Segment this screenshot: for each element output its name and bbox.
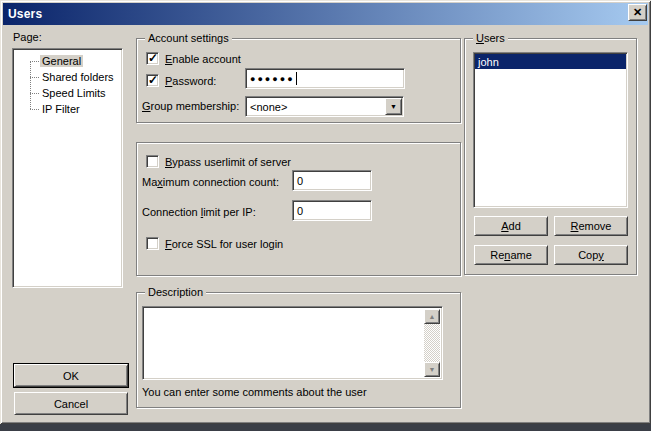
connection-limit-per-ip-value: 0: [297, 205, 303, 217]
close-icon: ✕: [633, 7, 642, 18]
text-caret: [296, 72, 297, 85]
users-listbox[interactable]: john: [473, 52, 628, 208]
user-name: john: [478, 56, 499, 68]
copy-button[interactable]: Copy: [554, 245, 628, 265]
force-ssl-label: Force SSL for user login: [165, 238, 283, 250]
bypass-userlimit-checkbox-row[interactable]: Bypass userlimit of server: [146, 155, 291, 168]
user-list-item[interactable]: john: [475, 54, 626, 69]
force-ssl-checkbox-row[interactable]: Force SSL for user login: [146, 237, 283, 250]
enable-account-checkbox-row[interactable]: Enable account: [146, 52, 241, 65]
tree-item-general[interactable]: General: [13, 53, 122, 69]
enable-account-label: Enable account: [165, 53, 241, 65]
background-strip: [0, 424, 651, 431]
password-input[interactable]: ●●●●●●: [245, 68, 405, 89]
remove-button[interactable]: Remove: [554, 216, 628, 236]
enable-account-checkbox[interactable]: [146, 52, 159, 65]
tree-item-ip-filter[interactable]: IP Filter: [13, 101, 122, 117]
max-connection-count-input[interactable]: 0: [292, 170, 372, 191]
connection-limit-per-ip-label: Connection limit per IP:: [142, 206, 256, 218]
description-hint: You can enter some comments about the us…: [142, 386, 367, 398]
password-checkbox[interactable]: [146, 74, 159, 87]
rename-button[interactable]: Rename: [474, 245, 548, 265]
add-button[interactable]: Add: [474, 216, 548, 236]
force-ssl-checkbox[interactable]: [146, 237, 159, 250]
password-label: Password:: [165, 75, 216, 87]
tree-item-speed-limits[interactable]: Speed Limits: [13, 85, 122, 101]
scroll-up-icon: ▲: [429, 313, 436, 320]
scroll-down-button[interactable]: ▼: [424, 362, 440, 377]
close-button[interactable]: ✕: [628, 4, 647, 21]
page-label: Page:: [13, 31, 42, 43]
group-membership-value: <none>: [250, 101, 287, 113]
page-tree: General Shared folders Speed Limits IP F…: [12, 48, 123, 288]
description-textarea[interactable]: ▲ ▼: [142, 306, 443, 380]
description-title: Description: [145, 286, 206, 298]
bypass-userlimit-checkbox[interactable]: [146, 155, 159, 168]
description-scrollbar[interactable]: ▲ ▼: [424, 309, 440, 377]
max-connection-count-label: Maximum connection count:: [142, 176, 279, 188]
connection-limit-per-ip-input[interactable]: 0: [292, 200, 372, 221]
group-membership-select[interactable]: <none> ▼: [245, 96, 404, 117]
group-membership-label: Group membership:: [142, 100, 239, 112]
chevron-down-icon: ▼: [390, 103, 397, 110]
account-settings-title: Account settings: [145, 32, 232, 44]
tree-item-shared-folders[interactable]: Shared folders: [13, 69, 122, 85]
dropdown-button[interactable]: ▼: [385, 98, 402, 115]
users-dialog: Users ✕ Page: General Shared folders Spe…: [0, 0, 651, 424]
password-checkbox-row[interactable]: Password:: [146, 74, 216, 87]
scroll-up-button[interactable]: ▲: [424, 309, 440, 324]
window-title: Users: [8, 7, 42, 21]
users-group-title: Users: [473, 32, 508, 44]
max-connection-count-value: 0: [297, 175, 303, 187]
title-bar[interactable]: Users: [3, 3, 648, 25]
scroll-down-icon: ▼: [429, 366, 436, 373]
cancel-button[interactable]: Cancel: [14, 392, 128, 415]
ok-button[interactable]: OK: [14, 364, 128, 387]
password-value: ●●●●●●: [250, 74, 295, 84]
bypass-userlimit-label: Bypass userlimit of server: [165, 156, 291, 168]
